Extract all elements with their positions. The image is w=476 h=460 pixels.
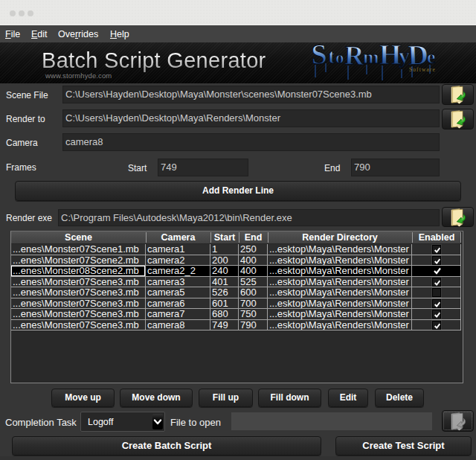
svg-text:e: e [427,46,436,68]
svg-text:o: o [335,48,344,67]
svg-text:t: t [328,45,335,68]
svg-text:S: S [311,42,328,70]
svg-text:R: R [344,42,365,71]
svg-text:m: m [363,46,379,68]
svg-text:Software: Software [409,66,436,73]
